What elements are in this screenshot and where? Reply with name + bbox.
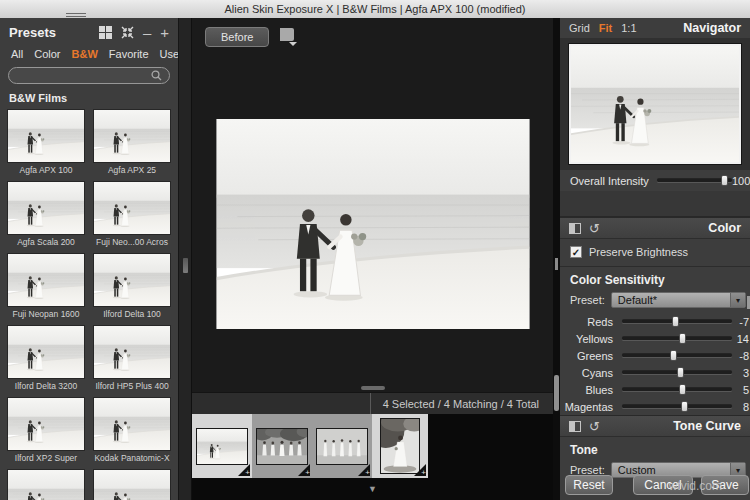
preset-thumbnail xyxy=(93,109,171,163)
adjustments-panel: Grid Fit 1:1 Navigator Overall Intensity… xyxy=(560,18,750,500)
slider-row-yellows: Yellows 14 xyxy=(560,330,750,347)
presets-title: Presets xyxy=(9,25,99,40)
slider-knob[interactable] xyxy=(679,333,686,344)
thumb-image xyxy=(256,428,308,465)
preset-search-input[interactable] xyxy=(8,67,170,84)
color-preset-dropdown[interactable]: Default* ▾ xyxy=(611,292,746,308)
preset-label: Preset: xyxy=(570,294,605,306)
slider-row-magentas: Magentas 8 xyxy=(560,398,750,415)
collapse-panel-icon[interactable] xyxy=(121,26,134,39)
preserve-brightness-label: Preserve Brightness xyxy=(589,246,688,258)
chevron-down-icon: ▾ xyxy=(730,293,745,307)
presets-header: Presets – + xyxy=(0,18,178,43)
left-panel-divider[interactable] xyxy=(178,18,192,500)
preset-thumbnail xyxy=(93,325,171,379)
main-photo xyxy=(216,119,529,329)
view-fit-button[interactable]: Fit xyxy=(599,22,612,34)
watermark: wtvid.com xyxy=(669,479,722,493)
magentas-slider[interactable] xyxy=(622,405,732,408)
filmstrip-thumb-bridal-party[interactable]: + xyxy=(252,414,312,478)
preview-toolbar: Before xyxy=(192,18,553,55)
presets-panel: Presets – + All Color B&W Favorite User xyxy=(0,18,178,500)
greens-slider[interactable] xyxy=(622,354,732,357)
slider-knob[interactable] xyxy=(679,384,686,395)
slider-knob[interactable] xyxy=(670,350,677,361)
remove-preset-icon[interactable]: – xyxy=(143,26,151,39)
add-preset-icon[interactable]: + xyxy=(160,26,169,39)
image-canvas[interactable] xyxy=(192,55,553,392)
thumb-image xyxy=(316,428,368,465)
preset-card-partial[interactable] xyxy=(93,469,171,500)
preset-card[interactable]: Ilford HP5 Plus 400 xyxy=(93,325,171,392)
preset-thumbnail xyxy=(7,397,85,451)
preset-group-title: B&W Films xyxy=(0,86,178,105)
split-preview-icon[interactable] xyxy=(569,421,581,432)
divider xyxy=(560,266,750,267)
flag-icon[interactable] xyxy=(278,27,299,46)
preset-card[interactable]: Ilford Delta 3200 xyxy=(7,325,85,392)
preset-thumbnail xyxy=(7,181,85,235)
slider-knob[interactable] xyxy=(681,401,688,412)
preset-card[interactable]: Fuji Neo...00 Acros xyxy=(93,181,171,248)
preset-card-partial[interactable] xyxy=(7,469,85,500)
preset-filter-tabs: All Color B&W Favorite User xyxy=(0,43,178,63)
search-icon xyxy=(151,70,162,81)
reset-button[interactable]: Reset xyxy=(565,475,613,495)
filmstrip-thumb-couple-beach[interactable]: + xyxy=(192,414,252,478)
preset-card[interactable]: Ilford Delta 100 xyxy=(93,253,171,320)
tone-curve-module-header: ↺ Tone Curve xyxy=(560,415,750,437)
yellows-slider[interactable] xyxy=(622,337,732,340)
view-grid-button[interactable]: Grid xyxy=(569,22,590,34)
preset-thumbnail xyxy=(7,469,85,500)
filmstrip-footer: ▼ xyxy=(192,478,553,500)
collapse-filmstrip-icon[interactable]: ▼ xyxy=(368,484,377,494)
split-preview-icon[interactable] xyxy=(569,223,581,234)
tab-bw[interactable]: B&W xyxy=(72,48,98,60)
before-button[interactable]: Before xyxy=(205,27,269,47)
filmstrip-thumb-bridesmaids[interactable]: + xyxy=(312,414,372,478)
canvas-vertical-scrollbar[interactable] xyxy=(554,375,559,411)
preset-card[interactable]: Agfa APX 100 xyxy=(7,109,85,176)
navigator-image xyxy=(569,44,741,164)
overall-intensity-slider[interactable] xyxy=(657,179,732,182)
blues-slider[interactable] xyxy=(622,388,732,391)
preset-card[interactable]: Kodak Panatomic-X xyxy=(93,397,171,464)
reds-slider[interactable] xyxy=(622,320,732,323)
slider-knob[interactable] xyxy=(721,175,728,186)
overall-intensity-value: 100 xyxy=(732,175,750,187)
panel-spacer xyxy=(560,191,750,217)
slider-knob[interactable] xyxy=(672,316,679,327)
divider-grip[interactable] xyxy=(183,258,188,273)
reset-module-icon[interactable]: ↺ xyxy=(589,420,600,433)
window-title: Alien Skin Exposure X | B&W Films | Agfa… xyxy=(224,3,525,15)
app-window: Presets – + All Color B&W Favorite User xyxy=(0,18,750,500)
reset-module-icon[interactable]: ↺ xyxy=(589,222,600,235)
divider-grip[interactable] xyxy=(555,258,558,270)
tab-user[interactable]: User xyxy=(160,48,178,60)
canvas-horizontal-scrollbar[interactable] xyxy=(361,386,385,390)
tab-color[interactable]: Color xyxy=(34,48,60,60)
main-area: Before 4 Selected / 4 Matching / 4 Total… xyxy=(192,18,553,500)
preset-card[interactable]: Agfa Scala 200 xyxy=(7,181,85,248)
tone-section-title: Tone xyxy=(560,437,750,460)
color-module-header: ↺ Color xyxy=(560,217,750,239)
preset-card[interactable]: Agfa APX 25 xyxy=(93,109,171,176)
right-panel-divider[interactable] xyxy=(553,18,560,500)
slider-row-reds: Reds -7 xyxy=(560,313,750,330)
cyans-slider[interactable] xyxy=(622,371,732,374)
preserve-brightness-checkbox[interactable]: ✓ xyxy=(570,246,582,258)
navigator-preview[interactable] xyxy=(560,38,750,170)
tone-curve-title: Tone Curve xyxy=(673,419,741,433)
preset-thumbnail xyxy=(7,253,85,307)
slider-knob[interactable] xyxy=(677,367,684,378)
filmstrip-thumb-bride-portrait[interactable]: + xyxy=(372,414,428,478)
view-1to1-button[interactable]: 1:1 xyxy=(621,22,636,34)
panel-drag-grip[interactable] xyxy=(66,13,86,17)
preset-thumbnail xyxy=(93,253,171,307)
tab-all[interactable]: All xyxy=(11,48,23,60)
preset-card[interactable]: Ilford XP2 Super xyxy=(7,397,85,464)
preset-card[interactable]: Fuji Neopan 1600 xyxy=(7,253,85,320)
tab-favorite[interactable]: Favorite xyxy=(109,48,149,60)
grid-view-icon[interactable] xyxy=(99,26,112,39)
preset-thumbnail xyxy=(93,181,171,235)
